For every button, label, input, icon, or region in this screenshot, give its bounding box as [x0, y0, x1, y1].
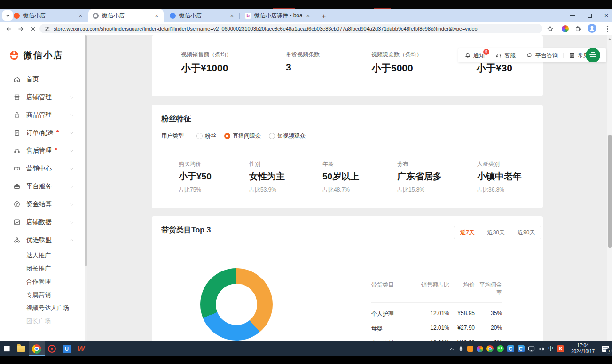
wps-icon[interactable]: W: [74, 341, 88, 356]
doc-icon: [569, 52, 575, 59]
browser-tab-2[interactable]: 微信小店×: [165, 9, 239, 22]
fan-stat-value: 小镇中老年: [477, 170, 522, 183]
window-maximize-button[interactable]: [582, 9, 597, 22]
sidebar-subitem-3[interactable]: 专属营销: [0, 288, 85, 302]
fan-stat-0: 购买均价小于¥50占比75%: [179, 160, 212, 194]
live-helper-badge[interactable]: [586, 48, 600, 62]
sidebar-subitem-2[interactable]: 合作管理: [0, 275, 85, 288]
filter-1[interactable]: 近30天: [481, 229, 511, 237]
briefcase-icon: [13, 183, 21, 190]
filter-2[interactable]: 近90天: [511, 229, 541, 237]
site-info-icon[interactable]: [44, 26, 50, 32]
globe-favicon: [93, 13, 99, 19]
sidebar-subitem-1[interactable]: 团长推广: [0, 262, 85, 275]
toolbar-item-2[interactable]: 平台咨询: [521, 52, 563, 60]
user-type-label: 用户类型: [161, 132, 184, 140]
table-row[interactable]: 母婴12.01%¥27.9020%: [371, 325, 502, 333]
sidebar-subitem-0[interactable]: 达人推广: [0, 249, 85, 262]
sidebar-item-8[interactable]: 店铺数据: [0, 213, 85, 231]
back-icon[interactable]: [4, 24, 13, 33]
sidebar-subitem-5[interactable]: 团长广场: [0, 315, 85, 328]
page-scrollbar-thumb[interactable]: [608, 135, 612, 248]
mascot-app-icon[interactable]: [467, 346, 473, 352]
sogou-icon[interactable]: S: [557, 345, 564, 352]
sidebar-scrollbar-thumb[interactable]: [85, 35, 87, 266]
sidebar-subitem-label: 合作管理: [26, 278, 51, 286]
window-close-button[interactable]: ×: [599, 9, 612, 22]
tab-close-icon[interactable]: ×: [229, 13, 235, 19]
table-row[interactable]: 个人护理12.01%¥58.9535%: [371, 310, 502, 318]
scrollbar-up-arrow-icon[interactable]: [608, 38, 611, 40]
window-minimize-button[interactable]: [565, 9, 580, 22]
boardmix-favicon: b: [245, 13, 251, 19]
forward-icon[interactable]: [16, 24, 25, 33]
top-black-bar: [0, 0, 612, 9]
toolbar-item-1[interactable]: 客服: [490, 52, 521, 60]
profile-avatar[interactable]: [588, 24, 596, 33]
sidebar-item-0[interactable]: 首页: [0, 70, 85, 88]
user-type-option-1[interactable]: 直播间观众: [224, 132, 261, 140]
app-window: 微信小店 首页店铺管理商品管理订单/配送售后管理营销中心平台服务资金结算店铺数据…: [0, 35, 612, 341]
sidebar-item-label: 资金结算: [26, 200, 52, 209]
sidebar-item-label: 优选联盟: [26, 236, 52, 244]
user-type-option-0[interactable]: 粉丝: [196, 132, 216, 140]
sidebar-item-9[interactable]: 优选联盟: [0, 231, 85, 249]
table-cell: 35%: [475, 310, 502, 318]
volume-icon[interactable]: [538, 346, 545, 352]
sidebar-item-4[interactable]: 售后管理: [0, 142, 85, 160]
extensions-puzzle-icon[interactable]: [573, 24, 583, 33]
table-header-row: 带货类目销售额占比均价平均佣金率: [371, 281, 502, 297]
sidebar-subitem-4[interactable]: 视频号达人广场: [0, 302, 85, 315]
weixin-store-favicon: [14, 13, 20, 19]
tab-close-icon[interactable]: ×: [305, 13, 311, 19]
sidebar-item-5[interactable]: 营销中心: [0, 160, 85, 178]
sidebar-item-2[interactable]: 商品管理: [0, 106, 85, 124]
table-body: 个人护理12.01%¥58.9535%母婴12.01%¥27.9020%食品饮料…: [371, 310, 502, 341]
user-type-option-2[interactable]: 短视频观众: [269, 132, 306, 140]
file-explorer-icon[interactable]: [14, 341, 29, 356]
stat-value: 3: [286, 62, 320, 73]
page-scrollbar[interactable]: [607, 35, 612, 341]
new-tab-button[interactable]: +: [319, 10, 329, 21]
bookmark-star-icon[interactable]: [545, 24, 555, 33]
tab-title: 微信小店: [23, 12, 74, 20]
recording-overlay-fragment: [273, 8, 295, 9]
chrome-taskbar-icon[interactable]: [29, 341, 45, 356]
wechat-icon[interactable]: [497, 345, 504, 352]
screen-recorder-icon[interactable]: [45, 341, 59, 356]
chrome-tray-icon[interactable]: [486, 345, 494, 352]
stop-loading-icon[interactable]: [28, 24, 38, 33]
blue-app-icon[interactable]: [518, 345, 525, 352]
browser-menu-icon[interactable]: [603, 24, 612, 33]
radio-icon: [224, 133, 230, 139]
sidebar-item-label: 订单/配送: [26, 129, 54, 137]
extension-colorful-icon[interactable]: [560, 24, 570, 33]
u-app-icon[interactable]: U: [63, 345, 71, 353]
sidebar-item-7[interactable]: 资金结算: [0, 195, 85, 213]
tab-close-icon[interactable]: ×: [154, 13, 159, 19]
address-bar[interactable]: store.weixin.qq.com/shop/findersquare/fi…: [39, 24, 542, 33]
donut-chart: [200, 268, 273, 341]
sidebar-item-6[interactable]: 平台服务: [0, 178, 85, 195]
browser-tab-3[interactable]: b微信小店课件 - boardmix×: [241, 9, 315, 22]
blue-app-icon[interactable]: [507, 345, 514, 352]
tray-expand-icon[interactable]: [449, 346, 455, 352]
table-cell: 12.01%: [413, 310, 449, 318]
ime-indicator[interactable]: 中: [548, 345, 554, 353]
chevron-down-icon: [68, 218, 75, 226]
stat-value: 小于¥1000: [181, 62, 232, 75]
start-button[interactable]: [0, 341, 14, 356]
toolbar-item-0[interactable]: 通知5: [459, 52, 490, 60]
sidebar-item-3[interactable]: 订单/配送: [0, 124, 85, 142]
browser-tab-1[interactable]: 微信小店×: [88, 9, 164, 22]
microphone-icon[interactable]: [458, 346, 464, 352]
sidebar-item-1[interactable]: 店铺管理: [0, 88, 85, 106]
colorful-app-icon[interactable]: [477, 346, 483, 352]
notification-center-icon[interactable]: 3: [602, 346, 609, 352]
network-icon[interactable]: [528, 345, 535, 352]
taskbar-clock[interactable]: 17:04 2024/10/17: [569, 343, 596, 355]
sidebar-scrollbar[interactable]: [85, 35, 87, 341]
filter-0[interactable]: 近7天: [454, 229, 481, 237]
tab-close-icon[interactable]: ×: [78, 13, 83, 19]
browser-tab-0[interactable]: 微信小店×: [9, 9, 87, 22]
